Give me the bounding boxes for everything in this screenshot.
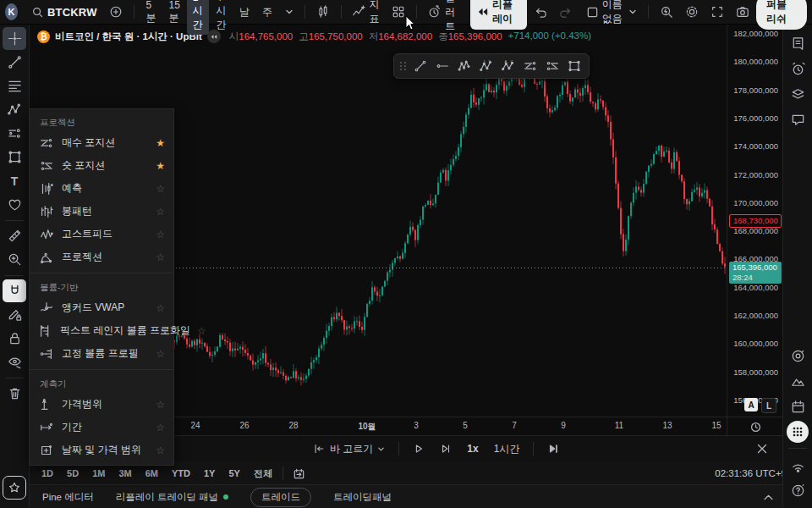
panel-expand-icon[interactable]: [763, 494, 774, 501]
speed-button[interactable]: 1x: [462, 440, 483, 457]
log-scale-button[interactable]: L: [761, 398, 776, 413]
layers-icon[interactable]: [786, 81, 809, 107]
range-5Y[interactable]: 5Y: [222, 466, 245, 481]
menu-item[interactable]: 예측☆: [30, 177, 173, 200]
menu-item[interactable]: 가격범위☆: [30, 393, 173, 416]
replay-trading-panel-tab[interactable]: 리플레이 트레이딩 패널: [116, 491, 228, 504]
favorite-star-filled-icon[interactable]: ★: [156, 160, 165, 172]
timeframe-4시간[interactable]: 4시간: [210, 0, 233, 35]
timeframe-5분[interactable]: 5분: [140, 0, 162, 28]
publish-button[interactable]: 퍼블리쉬: [756, 0, 807, 30]
hide-drawings-button[interactable]: [3, 351, 26, 373]
chart-style-button[interactable]: [311, 3, 335, 21]
timezone-button[interactable]: [727, 417, 783, 436]
remove-drawings-button[interactable]: [3, 382, 26, 405]
range-YTD[interactable]: YTD: [166, 466, 196, 481]
xabcd-fav-tool[interactable]: 15: [475, 56, 497, 76]
abcd-fav-tool[interactable]: AC: [497, 56, 519, 76]
favorites-toolbar-toggle[interactable]: [3, 476, 26, 500]
user-avatar[interactable]: K: [5, 3, 18, 20]
measure-tool[interactable]: [3, 224, 26, 247]
favorite-star-icon[interactable]: ☆: [156, 422, 165, 433]
play-button[interactable]: [408, 440, 430, 457]
apps-grid-button[interactable]: [786, 419, 809, 444]
menu-item[interactable]: 고정 볼륨 프로필☆: [30, 342, 173, 365]
compare-add-button[interactable]: [104, 3, 128, 21]
settings-button[interactable]: [680, 3, 704, 21]
snapshot-button[interactable]: [731, 3, 754, 21]
favorite-star-icon[interactable]: ☆: [156, 251, 165, 263]
menu-item[interactable]: 픽스트 레인지 볼륨 프로화일☆: [30, 319, 173, 342]
menu-item[interactable]: 고스트피드☆: [30, 223, 173, 246]
menu-item[interactable]: 프로젝션☆: [30, 246, 173, 268]
favorite-star-icon[interactable]: ☆: [156, 348, 165, 360]
symbol-search-button[interactable]: BTCKRW: [26, 3, 102, 21]
range-전체[interactable]: 전체: [248, 465, 278, 483]
favorite-star-icon[interactable]: ☆: [197, 325, 206, 337]
ideas-icon[interactable]: [786, 343, 809, 368]
menu-item[interactable]: 앵커드 VWAP☆: [30, 296, 173, 319]
layout-select-button[interactable]: 이름없음: [581, 0, 643, 29]
data-feed-icon[interactable]: [786, 452, 809, 478]
replay-interval-button[interactable]: 1시간: [489, 439, 525, 459]
menu-item[interactable]: 숏 포지션★: [30, 154, 173, 177]
stay-drawing-mode-button[interactable]: [3, 303, 26, 326]
favorite-star-icon[interactable]: ☆: [156, 444, 165, 456]
menu-item[interactable]: 날짜 및 가격 범위☆: [30, 439, 173, 461]
range-1M[interactable]: 1M: [86, 466, 111, 481]
select-bar-button[interactable]: 바 고르기: [308, 439, 390, 459]
drag-handle[interactable]: [399, 58, 408, 74]
trade-tab[interactable]: 트레이드: [250, 488, 311, 507]
help-icon[interactable]: [786, 478, 809, 503]
jump-to-realtime-button[interactable]: [542, 440, 564, 457]
favorite-star-icon[interactable]: ☆: [156, 229, 165, 240]
timeframe-날[interactable]: 날: [233, 3, 255, 22]
range-1Y[interactable]: 1Y: [198, 466, 221, 481]
trend-line-tool[interactable]: [3, 51, 26, 74]
long-position-fav-tool[interactable]: [519, 56, 541, 76]
favorite-star-icon[interactable]: ☆: [156, 206, 165, 218]
zoom-in-tool[interactable]: [3, 248, 26, 271]
timeframe-주[interactable]: 주: [256, 3, 278, 22]
favorite-star-icon[interactable]: ☆: [156, 183, 165, 195]
step-forward-button[interactable]: [435, 440, 457, 457]
text-tool[interactable]: T: [3, 169, 26, 192]
magnet-mode-button[interactable]: [3, 279, 26, 302]
indicators-button[interactable]: 지표: [347, 0, 385, 29]
favorite-star-icon[interactable]: ☆: [156, 399, 165, 411]
calendar-icon[interactable]: [786, 394, 809, 419]
quick-search-button[interactable]: [655, 3, 678, 21]
rectangle-fav-tool[interactable]: [563, 56, 585, 76]
range-5D[interactable]: 5D: [61, 466, 85, 481]
trend-line-fav-tool[interactable]: [409, 56, 431, 76]
minds-icon[interactable]: [786, 368, 809, 394]
emoji-tool[interactable]: [3, 193, 26, 216]
horizontal-ray-fav-tool[interactable]: [431, 56, 453, 76]
crosshair-tool[interactable]: [3, 27, 26, 50]
session-clock[interactable]: 02:31:36 UTC+9: [715, 468, 790, 478]
replay-button[interactable]: 리플레이: [470, 0, 527, 30]
menu-item[interactable]: 봉패턴☆: [30, 200, 173, 223]
alert-button[interactable]: 얼러트: [423, 0, 469, 36]
fullscreen-button[interactable]: [705, 3, 729, 21]
menu-item[interactable]: 매수 포지션★: [30, 131, 173, 154]
favorite-star-icon[interactable]: ☆: [156, 302, 165, 314]
alerts-panel-icon[interactable]: [786, 56, 809, 81]
pitchfan-fav-tool[interactable]: [453, 56, 475, 76]
undo-button[interactable]: [529, 3, 552, 20]
range-3M[interactable]: 3M: [112, 466, 137, 481]
fib-retracement-tool[interactable]: [3, 75, 26, 97]
watchlist-icon[interactable]: [786, 30, 809, 56]
menu-item[interactable]: 기간☆: [30, 416, 173, 439]
prediction-tools-group[interactable]: [3, 122, 26, 145]
range-1D[interactable]: 1D: [36, 466, 59, 481]
short-position-fav-tool[interactable]: [541, 56, 563, 76]
timeframe-dropdown[interactable]: [280, 5, 299, 19]
price-axis[interactable]: 182,000,000180,000,000178,000,000176,000…: [727, 24, 783, 417]
chat-icon[interactable]: [786, 107, 809, 132]
shapes-tool[interactable]: [3, 146, 26, 168]
pine-editor-tab[interactable]: Pine 에디터: [42, 491, 94, 504]
range-6M[interactable]: 6M: [140, 466, 164, 481]
lock-drawings-button[interactable]: [3, 327, 26, 350]
timeframe-1시간[interactable]: 1시간: [187, 0, 210, 35]
